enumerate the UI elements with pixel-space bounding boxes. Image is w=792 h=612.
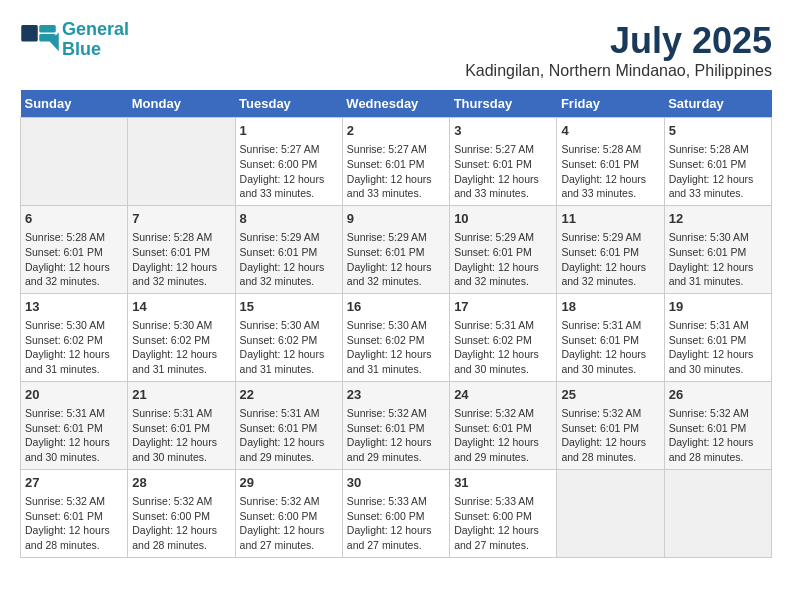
day-info: Sunrise: 5:30 AM [240, 318, 338, 333]
calendar-cell: 15Sunrise: 5:30 AMSunset: 6:02 PMDayligh… [235, 293, 342, 381]
day-number: 12 [669, 210, 767, 228]
day-info: Daylight: 12 hours and 28 minutes. [561, 435, 659, 464]
day-info: Daylight: 12 hours and 30 minutes. [669, 347, 767, 376]
day-info: Daylight: 12 hours and 30 minutes. [25, 435, 123, 464]
day-info: Sunrise: 5:31 AM [240, 406, 338, 421]
calendar-cell: 4Sunrise: 5:28 AMSunset: 6:01 PMDaylight… [557, 118, 664, 206]
svg-rect-0 [21, 25, 38, 42]
day-info: Sunset: 6:01 PM [561, 421, 659, 436]
day-number: 15 [240, 298, 338, 316]
calendar-cell: 5Sunrise: 5:28 AMSunset: 6:01 PMDaylight… [664, 118, 771, 206]
day-number: 24 [454, 386, 552, 404]
day-info: Daylight: 12 hours and 33 minutes. [669, 172, 767, 201]
day-info: Daylight: 12 hours and 28 minutes. [132, 523, 230, 552]
day-number: 31 [454, 474, 552, 492]
calendar-cell: 30Sunrise: 5:33 AMSunset: 6:00 PMDayligh… [342, 469, 449, 557]
day-info: Daylight: 12 hours and 29 minutes. [347, 435, 445, 464]
day-info: Sunrise: 5:32 AM [25, 494, 123, 509]
day-info: Sunrise: 5:32 AM [240, 494, 338, 509]
calendar-cell: 29Sunrise: 5:32 AMSunset: 6:00 PMDayligh… [235, 469, 342, 557]
calendar-cell: 6Sunrise: 5:28 AMSunset: 6:01 PMDaylight… [21, 205, 128, 293]
day-info: Sunrise: 5:32 AM [454, 406, 552, 421]
day-info: Daylight: 12 hours and 29 minutes. [454, 435, 552, 464]
day-number: 21 [132, 386, 230, 404]
day-info: Sunset: 6:02 PM [454, 333, 552, 348]
day-info: Sunset: 6:00 PM [454, 509, 552, 524]
calendar-week-2: 6Sunrise: 5:28 AMSunset: 6:01 PMDaylight… [21, 205, 772, 293]
day-info: Daylight: 12 hours and 32 minutes. [240, 260, 338, 289]
day-info: Daylight: 12 hours and 30 minutes. [132, 435, 230, 464]
page-title: July 2025 [465, 20, 772, 62]
day-number: 18 [561, 298, 659, 316]
day-number: 3 [454, 122, 552, 140]
day-info: Sunrise: 5:27 AM [240, 142, 338, 157]
header-sunday: Sunday [21, 90, 128, 118]
page-header: General Blue July 2025 Kadingilan, North… [20, 20, 772, 80]
day-info: Sunrise: 5:31 AM [454, 318, 552, 333]
logo: General Blue [20, 20, 129, 60]
calendar-cell: 28Sunrise: 5:32 AMSunset: 6:00 PMDayligh… [128, 469, 235, 557]
day-info: Sunrise: 5:29 AM [240, 230, 338, 245]
day-info: Sunset: 6:01 PM [132, 421, 230, 436]
day-info: Sunset: 6:00 PM [240, 509, 338, 524]
calendar-week-4: 20Sunrise: 5:31 AMSunset: 6:01 PMDayligh… [21, 381, 772, 469]
day-info: Sunrise: 5:28 AM [561, 142, 659, 157]
calendar-cell: 21Sunrise: 5:31 AMSunset: 6:01 PMDayligh… [128, 381, 235, 469]
day-info: Daylight: 12 hours and 27 minutes. [454, 523, 552, 552]
day-info: Sunrise: 5:29 AM [347, 230, 445, 245]
calendar-cell: 20Sunrise: 5:31 AMSunset: 6:01 PMDayligh… [21, 381, 128, 469]
day-info: Daylight: 12 hours and 33 minutes. [561, 172, 659, 201]
day-info: Sunrise: 5:31 AM [25, 406, 123, 421]
calendar-cell: 2Sunrise: 5:27 AMSunset: 6:01 PMDaylight… [342, 118, 449, 206]
day-number: 23 [347, 386, 445, 404]
calendar-week-3: 13Sunrise: 5:30 AMSunset: 6:02 PMDayligh… [21, 293, 772, 381]
day-info: Sunset: 6:01 PM [25, 509, 123, 524]
day-info: Sunrise: 5:33 AM [347, 494, 445, 509]
day-info: Daylight: 12 hours and 32 minutes. [347, 260, 445, 289]
calendar-cell: 11Sunrise: 5:29 AMSunset: 6:01 PMDayligh… [557, 205, 664, 293]
day-info: Daylight: 12 hours and 30 minutes. [454, 347, 552, 376]
calendar-cell: 13Sunrise: 5:30 AMSunset: 6:02 PMDayligh… [21, 293, 128, 381]
day-info: Daylight: 12 hours and 33 minutes. [347, 172, 445, 201]
calendar-week-5: 27Sunrise: 5:32 AMSunset: 6:01 PMDayligh… [21, 469, 772, 557]
calendar-cell: 10Sunrise: 5:29 AMSunset: 6:01 PMDayligh… [450, 205, 557, 293]
day-info: Sunrise: 5:32 AM [347, 406, 445, 421]
day-info: Sunrise: 5:32 AM [669, 406, 767, 421]
day-info: Sunset: 6:02 PM [347, 333, 445, 348]
calendar-cell: 1Sunrise: 5:27 AMSunset: 6:00 PMDaylight… [235, 118, 342, 206]
day-number: 26 [669, 386, 767, 404]
day-info: Daylight: 12 hours and 30 minutes. [561, 347, 659, 376]
day-info: Sunrise: 5:27 AM [454, 142, 552, 157]
header-friday: Friday [557, 90, 664, 118]
day-info: Sunset: 6:00 PM [240, 157, 338, 172]
day-info: Daylight: 12 hours and 33 minutes. [454, 172, 552, 201]
day-info: Daylight: 12 hours and 33 minutes. [240, 172, 338, 201]
day-info: Daylight: 12 hours and 31 minutes. [240, 347, 338, 376]
day-info: Daylight: 12 hours and 28 minutes. [25, 523, 123, 552]
day-info: Sunrise: 5:30 AM [669, 230, 767, 245]
day-info: Sunrise: 5:29 AM [454, 230, 552, 245]
day-info: Daylight: 12 hours and 32 minutes. [132, 260, 230, 289]
day-info: Sunrise: 5:30 AM [25, 318, 123, 333]
header-tuesday: Tuesday [235, 90, 342, 118]
day-number: 4 [561, 122, 659, 140]
day-info: Sunrise: 5:28 AM [132, 230, 230, 245]
day-info: Daylight: 12 hours and 31 minutes. [347, 347, 445, 376]
day-number: 13 [25, 298, 123, 316]
calendar-cell [557, 469, 664, 557]
day-number: 10 [454, 210, 552, 228]
title-block: July 2025 Kadingilan, Northern Mindanao,… [465, 20, 772, 80]
day-number: 6 [25, 210, 123, 228]
logo-text: General Blue [62, 20, 129, 60]
calendar-cell [21, 118, 128, 206]
day-info: Sunset: 6:01 PM [669, 157, 767, 172]
day-info: Daylight: 12 hours and 32 minutes. [454, 260, 552, 289]
calendar-table: SundayMondayTuesdayWednesdayThursdayFrid… [20, 90, 772, 558]
day-number: 27 [25, 474, 123, 492]
day-info: Sunset: 6:01 PM [132, 245, 230, 260]
day-number: 28 [132, 474, 230, 492]
calendar-cell: 19Sunrise: 5:31 AMSunset: 6:01 PMDayligh… [664, 293, 771, 381]
day-info: Sunset: 6:01 PM [454, 157, 552, 172]
day-info: Sunset: 6:02 PM [25, 333, 123, 348]
day-info: Sunset: 6:01 PM [25, 421, 123, 436]
